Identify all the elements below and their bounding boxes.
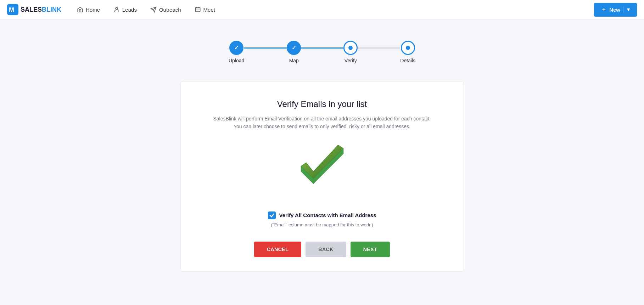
success-checkmark (297, 145, 347, 197)
step-details-circle (401, 41, 415, 55)
connector-1 (244, 47, 287, 49)
verify-all-checkbox[interactable] (268, 211, 276, 219)
home-icon (77, 6, 83, 13)
nav-leads[interactable]: Leads (112, 4, 138, 15)
logo-blink: BLINK (42, 6, 61, 13)
nav-outreach[interactable]: Outreach (149, 4, 183, 15)
leads-icon (113, 6, 120, 13)
step-verify: Verify (343, 41, 358, 63)
logo-icon: M (7, 4, 18, 15)
verify-note: ("Email" column must be mapped for this … (271, 222, 373, 227)
step-upload-circle: ✓ (229, 41, 243, 55)
outreach-icon (150, 6, 157, 13)
svg-text:M: M (9, 6, 14, 13)
cancel-button[interactable]: CANCEL (254, 242, 301, 257)
nav-meet[interactable]: Meet (193, 4, 217, 15)
logo-sales: SALES (21, 6, 42, 13)
step-map-circle: ✓ (287, 41, 301, 55)
step-details-label: Details (400, 58, 415, 63)
step-details: Details (400, 41, 415, 63)
step-map-label: Map (289, 58, 299, 63)
nav-home[interactable]: Home (75, 4, 101, 15)
verify-checkbox-row: Verify All Contacts with Email Address (268, 211, 376, 219)
new-button-dropdown[interactable]: ▾ (623, 6, 630, 13)
step-map: ✓ Map (287, 41, 301, 63)
logo: M SALESBLINK (7, 4, 61, 15)
step-verify-circle (343, 41, 358, 55)
checkmark-icon (297, 145, 347, 191)
new-button[interactable]: ＋ New ▾ (594, 3, 637, 17)
svg-point-2 (116, 7, 118, 10)
step-upload: ✓ Upload (229, 41, 244, 63)
svg-rect-4 (195, 7, 200, 12)
main-content: ✓ Upload ✓ Map Verify Details Verify Ema… (0, 19, 644, 286)
checkbox-check-icon (269, 213, 274, 218)
nav-items: Home Leads Outreach Meet (75, 4, 594, 15)
connector-2 (301, 47, 343, 49)
connector-3 (358, 47, 400, 49)
content-card: Verify Emails in your list SalesBlink wi… (180, 81, 464, 272)
back-button[interactable]: BACK (306, 242, 346, 257)
step-verify-label: Verify (345, 58, 357, 63)
stepper: ✓ Upload ✓ Map Verify Details (229, 41, 415, 63)
verify-label: Verify All Contacts with Email Address (279, 212, 376, 218)
navbar: M SALESBLINK Home Leads Outreach Meet ＋ … (0, 0, 644, 19)
card-title: Verify Emails in your list (277, 99, 367, 109)
card-description: SalesBlink will perform Email Verificati… (213, 115, 431, 131)
meet-icon (195, 6, 201, 13)
next-button[interactable]: NEXT (351, 242, 390, 257)
button-row: CANCEL BACK NEXT (254, 242, 390, 257)
new-button-plus: ＋ (601, 6, 606, 13)
step-upload-label: Upload (229, 58, 244, 63)
